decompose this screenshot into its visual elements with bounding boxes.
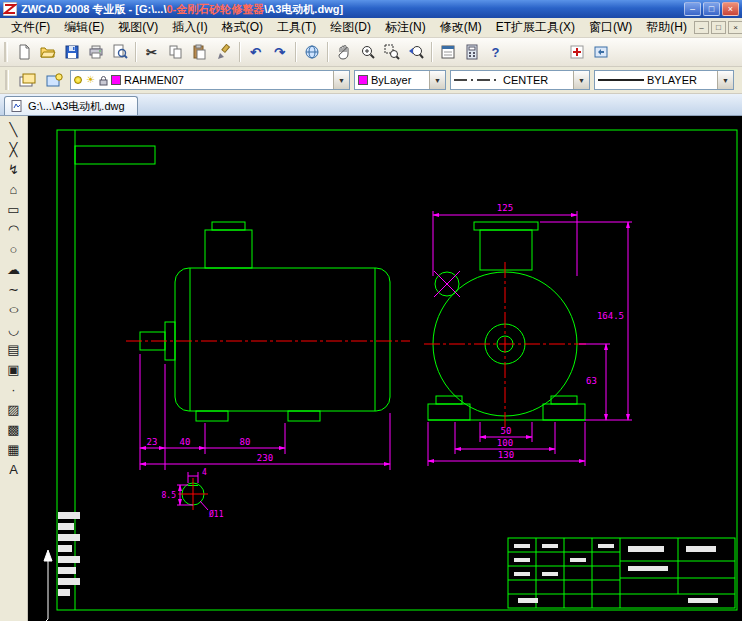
menu-view[interactable]: 视图(V) xyxy=(111,17,165,38)
color-dropdown-arrow[interactable]: ▼ xyxy=(429,71,445,89)
rectangle-icon: ▭ xyxy=(7,203,19,216)
save-button[interactable] xyxy=(60,41,83,63)
lineweight-select[interactable]: BYLAYER ▼ xyxy=(594,70,734,90)
menu-bar: 文件(F) 编辑(E) 视图(V) 插入(I) 格式(O) 工具(T) 绘图(D… xyxy=(0,18,742,38)
title-text-prefix: ZWCAD 2008 专业版 - [G:\...\ xyxy=(21,3,166,15)
dwg-file-icon xyxy=(11,100,23,112)
current-color-name: ByLayer xyxy=(371,74,426,86)
dim-front-width: 125 xyxy=(497,203,513,213)
menu-dimension[interactable]: 标注(N) xyxy=(378,17,433,38)
extra-tool-button-2[interactable] xyxy=(589,41,612,63)
draw-toolbar: ╲ ╳ ↯ ⌂ ▭ ◠ ○ ☁ ∼ ○ ◡ ▤ ▣ · ▨ ▩ ▦ A xyxy=(0,116,28,621)
menu-draw[interactable]: 绘图(D) xyxy=(323,17,378,38)
new-button[interactable] xyxy=(12,41,35,63)
layer-dropdown-arrow[interactable]: ▼ xyxy=(333,71,349,89)
revision-cloud-tool-button[interactable]: ☁ xyxy=(2,259,26,279)
linetype-select[interactable]: CENTER ▼ xyxy=(450,70,590,90)
match-properties-button[interactable] xyxy=(212,41,235,63)
ellipse-arc-tool-button[interactable]: ◡ xyxy=(2,319,26,339)
undo-icon: ↶ xyxy=(250,46,261,59)
undo-button[interactable]: ↶ xyxy=(244,41,267,63)
color-select[interactable]: ByLayer ▼ xyxy=(354,70,446,90)
layer-manager-button[interactable] xyxy=(16,69,39,91)
mdi-close-button[interactable]: × xyxy=(728,21,742,34)
plot-button[interactable] xyxy=(84,41,107,63)
mdi-restore-button[interactable]: □ xyxy=(711,21,726,34)
hatch-icon: ▨ xyxy=(7,403,19,416)
gradient-tool-button[interactable]: ▩ xyxy=(2,419,26,439)
pan-button[interactable] xyxy=(332,41,355,63)
motor-drawing: 23 40 80 230 125 164.5 63 50 100 130 4 8… xyxy=(28,116,741,621)
layer-states-button[interactable] xyxy=(43,69,66,91)
lineweight-dropdown-arrow[interactable]: ▼ xyxy=(717,71,733,89)
make-block-icon: ▣ xyxy=(7,363,19,376)
menu-format[interactable]: 格式(O) xyxy=(215,17,270,38)
help-button[interactable]: ? xyxy=(484,41,507,63)
circle-icon: ○ xyxy=(10,243,18,256)
dimension-labels: 23 40 80 230 125 164.5 63 50 100 130 4 8… xyxy=(147,203,624,519)
zwcad-window: ZWCAD 2008 专业版 - [G:\...\0-金刚石砂轮修整器\A3电动… xyxy=(0,0,742,621)
zoom-realtime-button[interactable] xyxy=(356,41,379,63)
minimize-button[interactable]: – xyxy=(684,2,701,16)
hatch-tool-button[interactable]: ▨ xyxy=(2,399,26,419)
mdi-minimize-button[interactable]: – xyxy=(694,21,709,34)
construction-line-tool-button[interactable]: ╳ xyxy=(2,139,26,159)
close-button[interactable]: × xyxy=(722,2,739,16)
menu-tools[interactable]: 工具(T) xyxy=(270,17,323,38)
menu-insert[interactable]: 插入(I) xyxy=(165,17,214,38)
drawing-canvas[interactable]: 23 40 80 230 125 164.5 63 50 100 130 4 8… xyxy=(28,116,742,621)
print-preview-button[interactable] xyxy=(108,41,131,63)
zoom-previous-button[interactable] xyxy=(404,41,427,63)
menu-help[interactable]: 帮助(H) xyxy=(639,17,694,38)
line-tool-button[interactable]: ╲ xyxy=(2,119,26,139)
mtext-icon: A xyxy=(9,463,18,476)
open-button[interactable] xyxy=(36,41,59,63)
region-tool-button[interactable]: ▦ xyxy=(2,439,26,459)
spline-tool-button[interactable]: ∼ xyxy=(2,279,26,299)
hyperlink-button[interactable] xyxy=(300,41,323,63)
layer-freeze-icon: ☀ xyxy=(85,75,96,85)
mtext-tool-button[interactable]: A xyxy=(2,459,26,479)
rectangle-tool-button[interactable]: ▭ xyxy=(2,199,26,219)
insert-block-tool-button[interactable]: ▤ xyxy=(2,339,26,359)
standard-toolbar: ✂ ↶ ↷ xyxy=(0,38,742,67)
polyline-tool-button[interactable]: ↯ xyxy=(2,159,26,179)
toolbar-drag-handle[interactable] xyxy=(4,42,7,62)
motor-front-view xyxy=(428,222,585,420)
current-linetype-name: CENTER xyxy=(503,74,570,86)
current-color-swatch xyxy=(358,75,368,85)
ellipse-tool-button[interactable]: ○ xyxy=(2,299,26,319)
menu-edit[interactable]: 编辑(E) xyxy=(57,17,111,38)
gradient-icon: ▩ xyxy=(7,423,19,436)
polygon-tool-button[interactable]: ⌂ xyxy=(2,179,26,199)
properties-button[interactable] xyxy=(436,41,459,63)
document-tab[interactable]: G:\...\A3电动机.dwg xyxy=(4,96,138,115)
menu-window[interactable]: 窗口(W) xyxy=(582,17,639,38)
toolbar-separator xyxy=(327,42,328,62)
extra-tool-button-1[interactable] xyxy=(565,41,588,63)
cut-button[interactable]: ✂ xyxy=(140,41,163,63)
layer-on-icon xyxy=(74,76,82,84)
zoom-window-button[interactable] xyxy=(380,41,403,63)
redo-button[interactable]: ↷ xyxy=(268,41,291,63)
layer-select[interactable]: ☀ RAHMEN07 ▼ xyxy=(70,70,350,90)
construction-line-icon: ╳ xyxy=(10,143,18,156)
polygon-icon: ⌂ xyxy=(10,183,18,196)
toolbar-drag-handle[interactable] xyxy=(5,70,8,90)
arc-tool-button[interactable]: ◠ xyxy=(2,219,26,239)
linetype-dropdown-arrow[interactable]: ▼ xyxy=(573,71,589,89)
menu-modify[interactable]: 修改(M) xyxy=(433,17,489,38)
floppy-save-icon xyxy=(64,44,80,60)
menu-et-tools[interactable]: ET扩展工具(X) xyxy=(489,17,582,38)
point-tool-button[interactable]: · xyxy=(2,379,26,399)
circle-tool-button[interactable]: ○ xyxy=(2,239,26,259)
red-tool-icon xyxy=(569,44,585,60)
menu-file[interactable]: 文件(F) xyxy=(4,17,57,38)
maximize-button[interactable]: □ xyxy=(703,2,720,16)
copy-button[interactable] xyxy=(164,41,187,63)
dim-foot-spacing: 50 xyxy=(501,426,512,436)
properties-palette-icon xyxy=(440,44,456,60)
paste-button[interactable] xyxy=(188,41,211,63)
quick-calc-button[interactable] xyxy=(460,41,483,63)
make-block-tool-button[interactable]: ▣ xyxy=(2,359,26,379)
